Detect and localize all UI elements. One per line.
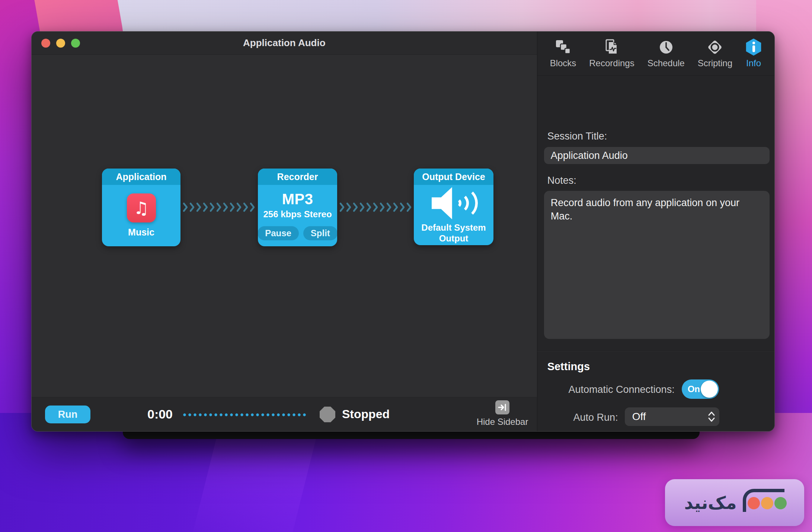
tab-scripting[interactable]: Scripting bbox=[698, 39, 732, 68]
connection-arrow bbox=[339, 201, 412, 213]
toggle-knob bbox=[701, 381, 718, 398]
transport-toolbar: Run 0:00 Stopped Hide Sidebar bbox=[32, 397, 537, 431]
tab-blocks-label: Blocks bbox=[550, 58, 576, 68]
automatic-connections-label: Automatic Connections: bbox=[537, 384, 675, 395]
connection-arrow bbox=[182, 201, 256, 213]
sidebar-tabbar: Blocks Recordings Schedule bbox=[537, 32, 774, 76]
window-title: Application Audio bbox=[32, 37, 537, 49]
notes-textarea[interactable]: Record audio from any application on you… bbox=[544, 191, 770, 339]
block-application-source: Music bbox=[128, 227, 154, 238]
speaker-icon bbox=[429, 186, 478, 220]
block-recorder[interactable]: Recorder MP3 256 kbps Stereo Pause Split bbox=[258, 169, 337, 246]
blocks-icon bbox=[555, 39, 571, 56]
auto-run-select[interactable]: Off bbox=[625, 407, 719, 426]
block-application-header: Application bbox=[102, 169, 180, 185]
auto-run-label: Auto Run: bbox=[537, 412, 618, 423]
clock-icon bbox=[658, 39, 674, 56]
tab-recordings-label: Recordings bbox=[589, 58, 634, 68]
stopped-status-icon bbox=[320, 407, 335, 422]
settings-header: Settings bbox=[547, 360, 590, 373]
settings-divider bbox=[537, 350, 775, 351]
info-hexagon-icon bbox=[745, 39, 762, 56]
titlebar[interactable]: Application Audio bbox=[32, 32, 537, 55]
toggle-on-label: On bbox=[688, 384, 700, 394]
hide-sidebar-button[interactable]: Hide Sidebar bbox=[471, 400, 534, 427]
tab-schedule[interactable]: Schedule bbox=[648, 39, 685, 68]
block-application[interactable]: Application ♫ Music bbox=[102, 169, 180, 246]
recorder-detail: 256 kbps Stereo bbox=[263, 209, 332, 219]
split-button[interactable]: Split bbox=[303, 226, 337, 240]
session-title-input[interactable]: Application Audio bbox=[544, 147, 770, 164]
macneed-logo-icon bbox=[743, 489, 785, 516]
session-canvas[interactable]: Application ♫ Music bbox=[32, 55, 537, 397]
level-meter bbox=[183, 413, 308, 417]
block-output-device[interactable]: Output Device Default System Output bbox=[414, 169, 493, 245]
run-button[interactable]: Run bbox=[45, 406, 90, 423]
block-output-header: Output Device bbox=[414, 169, 493, 185]
tab-info[interactable]: Info bbox=[745, 39, 762, 68]
hide-sidebar-label: Hide Sidebar bbox=[477, 417, 528, 427]
stepper-icon bbox=[707, 410, 716, 423]
session-timer: 0:00 bbox=[140, 407, 180, 422]
tab-info-label: Info bbox=[746, 58, 761, 68]
automatic-connections-toggle[interactable]: On bbox=[682, 379, 719, 399]
auto-run-value: Off bbox=[632, 411, 707, 423]
tab-recordings[interactable]: Recordings bbox=[589, 39, 634, 68]
main-column: Application Audio Application ♫ Music bbox=[32, 32, 537, 431]
app-window: Application Audio Application ♫ Music bbox=[31, 31, 775, 432]
output-device-name: Default System Output bbox=[414, 222, 493, 244]
music-note-icon: ♫ bbox=[127, 193, 156, 222]
recorder-format: MP3 bbox=[282, 191, 313, 208]
hide-sidebar-icon bbox=[495, 400, 509, 414]
pause-button[interactable]: Pause bbox=[258, 226, 299, 240]
recordings-icon bbox=[604, 39, 620, 56]
scripting-icon bbox=[707, 39, 723, 56]
tab-scripting-label: Scripting bbox=[698, 58, 732, 68]
macneed-logo-text: مک‌نید bbox=[684, 493, 736, 513]
session-title-label: Session Title: bbox=[547, 131, 607, 142]
notes-label: Notes: bbox=[547, 175, 576, 186]
sidebar: Blocks Recordings Schedule bbox=[537, 32, 774, 431]
block-recorder-header: Recorder bbox=[258, 169, 337, 185]
info-panel: Session Title: Application Audio Notes: … bbox=[537, 76, 774, 431]
macneed-watermark: مک‌نید bbox=[665, 479, 804, 526]
tab-blocks[interactable]: Blocks bbox=[550, 39, 576, 68]
status-label: Stopped bbox=[342, 407, 390, 421]
tab-schedule-label: Schedule bbox=[648, 58, 685, 68]
